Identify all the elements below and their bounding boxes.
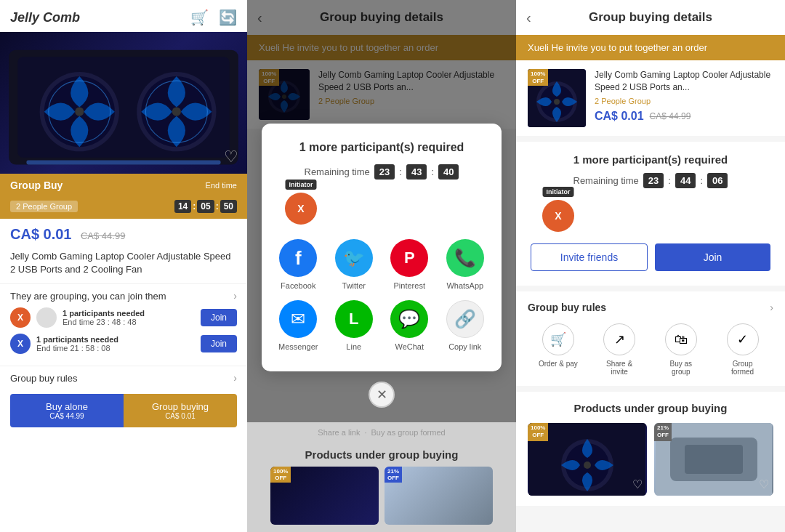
avatar-1: X: [10, 307, 31, 328]
screen3-product-mini-2: 21%OFF ♡: [654, 423, 773, 496]
modal-initiator-row: Initiator X: [273, 193, 490, 225]
buy-alone-button[interactable]: Buy alone CA$ 44.99: [10, 394, 124, 427]
screen3-badge: 100%OFF: [528, 69, 548, 86]
group-item-info-1: 1 participants needed End time 23 : 48 :…: [63, 309, 145, 326]
grouping-arrow: ›: [233, 290, 237, 302]
share-messenger[interactable]: ✉ Messenger: [273, 300, 323, 351]
cart-button[interactable]: 🛒: [190, 9, 209, 26]
screen3-group-required: 1 more participant(s) required Remaining…: [516, 142, 785, 286]
group-buy-banner: Group Buy End time: [0, 174, 247, 197]
rules-title: Group buy rules: [10, 373, 78, 384]
screen3-products-title: Products under group buying: [528, 402, 773, 414]
screen3-navbar: ‹ Group buying details: [516, 0, 785, 35]
screen2: ‹ Group buying details Xueli He invite y…: [247, 0, 516, 532]
share-twitter[interactable]: 🐦 Twitter: [329, 239, 379, 290]
screen3-rules-section: Group buy rules › 🛒 Order & pay ↗ Share …: [516, 291, 785, 386]
screen3-initiator-avatar: Initiator X: [542, 200, 574, 232]
share-line[interactable]: L Line: [329, 300, 379, 351]
heart-icon-2[interactable]: ♡: [759, 477, 769, 491]
original-price: CA$ 44.99: [81, 230, 125, 241]
screen3-initiator-row: Initiator X: [528, 200, 773, 232]
join-button-2[interactable]: Join: [201, 335, 237, 352]
share-modal-title: 1 more participant(s) required: [273, 141, 490, 154]
share-pinterest[interactable]: P Pinterest: [385, 239, 435, 290]
countdown-mins: 05: [197, 200, 214, 213]
screen3-price-row: CA$ 0.01 CA$ 44.99: [595, 110, 773, 123]
join-button-1[interactable]: Join: [201, 309, 237, 326]
screen3-original-price: CA$ 44.99: [650, 111, 691, 121]
back-button-s3[interactable]: ‹: [526, 9, 531, 26]
s3-timer-s: 06: [707, 173, 728, 188]
share-wechat[interactable]: 💬 WeChat: [385, 300, 435, 351]
rules-section[interactable]: Group buy rules ›: [0, 366, 247, 390]
screen3-rules-header[interactable]: Group buy rules ›: [528, 302, 773, 313]
group-formed-icon: ✓: [727, 323, 759, 355]
product-mini-2: 21%OFF: [385, 467, 493, 525]
initiator-label: Initiator: [286, 180, 317, 190]
group-buying-button[interactable]: Group buying CA$ 0.01: [124, 394, 237, 427]
rule-buy-group: 🛍 Buy as group: [661, 323, 701, 376]
share-whatsapp[interactable]: 📞 WhatsApp: [440, 239, 491, 290]
facebook-icon: f: [279, 239, 317, 277]
screen3-product-mini-1: 100%OFF ♡: [528, 423, 647, 496]
screen3-rules-icons: 🛒 Order & pay ↗ Share & invite 🛍 Buy as …: [528, 323, 773, 376]
screen3-timer-row: Remaining time 23 : 44 : 06: [528, 173, 773, 188]
rule-order-pay: 🛒 Order & pay: [539, 323, 578, 376]
screen3-title: Group buying details: [589, 10, 712, 25]
svg-point-8: [172, 108, 181, 116]
twitter-icon: 🐦: [335, 239, 373, 277]
heart-icon-1[interactable]: ♡: [632, 477, 643, 491]
screen3-invite-banner: Xueli He invite you to put together an o…: [516, 35, 785, 60]
rules-arrow: ›: [233, 372, 237, 384]
share-facebook[interactable]: f Facebook: [273, 239, 323, 290]
screen3-product-thumb: 100%OFF: [528, 69, 586, 127]
share-invite-label: Share & invite: [600, 360, 640, 376]
modal-timer-m: 43: [406, 164, 427, 180]
refresh-button[interactable]: 🔄: [219, 9, 237, 26]
screen1: Jelly Comb 🛒 🔄: [0, 0, 247, 532]
screen3-action-buttons: Invite friends Join: [528, 243, 773, 271]
screen1-header: Jelly Comb 🛒 🔄: [0, 0, 247, 32]
wechat-icon: 💬: [390, 300, 428, 338]
screen3-rules-arrow: ›: [770, 302, 773, 313]
product-image-area: ♡: [0, 32, 247, 174]
share-copylink[interactable]: 🔗 Copy link: [440, 300, 491, 351]
countdown-hours: 14: [174, 200, 191, 213]
invite-friends-button[interactable]: Invite friends: [531, 243, 648, 271]
grouping-section: They are grouping, you can join them › X…: [0, 283, 247, 366]
join-button-s3[interactable]: Join: [655, 243, 770, 271]
avatar-2: X: [10, 334, 31, 354]
modal-initiator-avatar: Initiator X: [285, 193, 317, 225]
products-section-title: Products under group buying: [259, 441, 504, 467]
copy-label: Copy link: [448, 342, 481, 351]
svg-rect-10: [26, 160, 220, 164]
current-price: CA$ 0.01: [10, 226, 72, 242]
product-image: [0, 32, 247, 174]
svg-rect-25: [685, 445, 743, 474]
copylink-icon: 🔗: [446, 300, 484, 338]
below-modal-content: Share a link · Buy as group formed Produ…: [247, 422, 516, 532]
share-invite-icon: ↗: [603, 323, 635, 355]
group-buy-bottom: 2 People Group 14 : 05 : 50: [0, 197, 247, 219]
products-grid: 100%OFF 21%OFF: [259, 467, 504, 525]
messenger-icon: ✉: [279, 300, 317, 338]
group-item-2: X 1 participants needed End time 21 : 58…: [10, 334, 237, 354]
product-mini-1: 100%OFF: [270, 467, 379, 525]
end-time-label: End time: [206, 181, 237, 190]
group-item-1: X 1 participants needed End time 23 : 48…: [10, 307, 237, 328]
screen3-product-info: Jelly Comb Gaming Laptop Cooler Adjustab…: [595, 69, 773, 127]
svg-point-4: [75, 108, 84, 116]
whatsapp-label: WhatsApp: [446, 281, 483, 290]
line-icon: L: [335, 300, 373, 338]
share-modal: 1 more participant(s) required Remaining…: [262, 124, 502, 371]
grouping-header: They are grouping, you can join them ›: [10, 290, 237, 302]
logo: Jelly Comb: [10, 10, 80, 25]
modal-close-button[interactable]: ✕: [369, 382, 395, 408]
whatsapp-icon: 📞: [446, 239, 484, 277]
countdown: 14 : 05 : 50: [174, 200, 237, 213]
price-section: CA$ 0.01 CA$ 44.99: [0, 219, 247, 247]
wishlist-icon[interactable]: ♡: [224, 148, 238, 166]
header-icons: 🛒 🔄: [190, 9, 237, 26]
s3-timer-m: 44: [675, 173, 696, 188]
countdown-secs: 50: [220, 200, 237, 213]
